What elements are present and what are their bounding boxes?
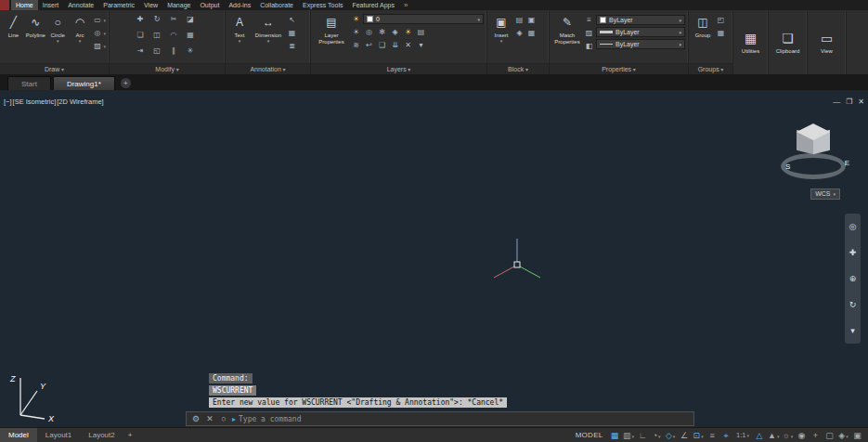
fillet-icon[interactable]: ◠ (168, 30, 180, 41)
tab-model[interactable]: Model (0, 428, 37, 442)
layer-copy-icon[interactable]: ❏ (376, 40, 388, 51)
mirror-icon[interactable]: ◫ (151, 30, 163, 41)
layer-off-icon[interactable]: ☀ (350, 27, 362, 38)
close-icon[interactable]: ✕ (204, 414, 215, 423)
layer-walk-icon[interactable]: ▤ (415, 27, 427, 38)
layer-settings-icon[interactable]: ▾ (415, 40, 427, 51)
pan-icon[interactable]: ✚ (849, 248, 857, 257)
stretch-icon[interactable]: ⇥ (135, 46, 147, 57)
linetype-select[interactable]: ByLayer (596, 39, 685, 49)
polar-tracking-icon[interactable]: ◔ (651, 429, 662, 442)
tab-layout2[interactable]: Layout2 (80, 428, 123, 442)
model-space-toggle[interactable]: MODEL (576, 431, 603, 439)
layer-properties-button[interactable]: ▤ Layer Properties (314, 12, 349, 63)
edit-attribute-icon[interactable]: ▤ (513, 15, 525, 26)
pickadd-icon[interactable]: ◧ (583, 41, 595, 52)
annotation-panel-footer[interactable]: Annotation (226, 63, 310, 74)
layer-select[interactable]: 0 (363, 14, 484, 24)
ribbon-tab-home[interactable]: Home (11, 0, 38, 10)
lineweight-icon[interactable]: ≡ (706, 429, 718, 442)
ortho-icon[interactable]: ∟ (637, 429, 648, 442)
ribbon-tab-parametric[interactable]: Parametric (98, 0, 139, 10)
navbar-more-icon[interactable]: ▾ (850, 326, 855, 335)
layer-merge-icon[interactable]: ⇊ (389, 40, 401, 51)
explode-icon[interactable]: ✳ (185, 46, 197, 57)
layer-delete-icon[interactable]: ✕ (402, 40, 414, 51)
restore-icon[interactable]: ❐ (846, 98, 852, 106)
quick-share-icon[interactable]: » (404, 0, 408, 10)
rectangle-button[interactable]: ▭▾ (92, 14, 107, 27)
trim-icon[interactable]: ✂ (168, 14, 180, 25)
ribbon-tab-manage[interactable]: Manage (162, 0, 195, 10)
erase-icon[interactable]: ◪ (185, 14, 197, 25)
viewcube[interactable]: S E (773, 118, 857, 185)
clipboard-button[interactable]: ❏ Clipboard (769, 10, 807, 74)
circle-button[interactable]: ○ Circle ▾ (47, 12, 69, 63)
ribbon-tab-view[interactable]: View (139, 0, 162, 10)
text-button[interactable]: A Text ▾ (228, 12, 251, 63)
navigation-wheel-icon[interactable]: ◎ (849, 222, 857, 231)
polyline-button[interactable]: ∿ Polyline (25, 12, 46, 63)
hatch-button[interactable]: ▨▾ (92, 40, 107, 53)
dynamic-input-icon[interactable]: ⌖ (720, 429, 732, 442)
units-icon[interactable]: + (810, 429, 822, 442)
annotation-monitor-icon[interactable]: ◉ (797, 429, 808, 442)
clean-screen-icon[interactable]: ▣ (852, 429, 863, 442)
viewcube-compass-ring[interactable] (781, 153, 846, 179)
isodraft-icon[interactable]: ◇ (665, 429, 676, 442)
create-block-icon[interactable]: ▣ (525, 15, 538, 26)
arc-button[interactable]: ◠ Arc ▾ (70, 12, 91, 63)
layer-freeze-icon[interactable]: ✻ (376, 27, 388, 38)
layer-match-icon[interactable]: ≋ (350, 40, 362, 51)
layer-lock-icon[interactable]: ◈ (389, 27, 401, 38)
layer-previous-icon[interactable]: ↩ (363, 40, 375, 51)
viewcube-south-label[interactable]: S (785, 162, 790, 171)
modify-panel-footer[interactable]: Modify (110, 63, 225, 74)
group-button[interactable]: ◫ Group (692, 12, 714, 63)
ribbon-tab-annotate[interactable]: Annotate (63, 0, 98, 10)
group-edit-icon[interactable]: ▦ (715, 28, 727, 39)
dimension-button[interactable]: ↔ Dimension ▾ (252, 12, 285, 63)
match-properties-button[interactable]: ✎ Match Properties (552, 12, 582, 63)
object-snap-icon[interactable]: ⊡ (693, 429, 704, 442)
object-color-select[interactable]: ByLayer (596, 15, 685, 25)
rotate-icon[interactable]: ↻ (151, 14, 163, 25)
array-icon[interactable]: ▦ (185, 30, 197, 41)
ribbon-tab-output[interactable]: Output (195, 0, 224, 10)
ungroup-icon[interactable]: ◰ (715, 15, 727, 26)
block-panel-footer[interactable]: Block (487, 63, 549, 74)
lineweight-select[interactable]: ByLayer (596, 27, 685, 37)
draw-panel-footer[interactable]: Draw (0, 63, 109, 74)
offset-icon[interactable]: ∥ (168, 46, 180, 57)
quick-properties-icon[interactable]: ▢ (824, 429, 836, 442)
groups-panel-footer[interactable]: Groups (689, 63, 732, 74)
search-icon[interactable]: ○ (218, 414, 229, 423)
annotation-visibility-icon[interactable]: △ (754, 429, 765, 442)
table-button[interactable]: ▦ (286, 27, 298, 40)
viewcube-east-label[interactable]: E (845, 159, 849, 167)
transparency-icon[interactable]: ▨ (583, 28, 595, 39)
ellipse-button[interactable]: ◎▾ (92, 27, 107, 40)
properties-list-icon[interactable]: ≡ (583, 15, 595, 26)
copy-icon[interactable]: ❏ (135, 30, 147, 41)
annotation-scale-button[interactable]: 1:1 (734, 429, 751, 442)
insert-button[interactable]: ▣ Insert ▾ (490, 12, 512, 63)
snap-mode-icon[interactable]: ▥ (623, 429, 634, 442)
autoscale-icon[interactable]: ▲ (768, 429, 779, 442)
ribbon-tab-collaborate[interactable]: Collaborate (255, 0, 298, 10)
layer-state-icon[interactable]: ☀ (350, 14, 362, 25)
ribbon-tab-express-tools[interactable]: Express Tools (298, 0, 347, 10)
model-space-viewport[interactable]: [−] [SE Isometric] [2D Wireframe] — ❐ ✕ … (0, 90, 868, 427)
ribbon-tab-addins[interactable]: Add-ins (224, 0, 255, 10)
command-line[interactable]: ⚙ ✕ ○ ▸ (186, 411, 694, 426)
scale-icon[interactable]: ◱ (151, 46, 163, 57)
define-attributes-icon[interactable]: ◈ (513, 28, 525, 39)
wcs-button[interactable]: WCS (810, 188, 840, 200)
viewport-collapse-control[interactable]: [−] (4, 98, 12, 106)
viewport-view-control[interactable]: [SE Isometric] (13, 98, 57, 106)
new-drawing-button[interactable]: + (121, 78, 131, 88)
layer-on-icon[interactable]: ☀ (402, 27, 414, 38)
command-input[interactable] (239, 415, 690, 423)
view-button[interactable]: ▭ View (808, 10, 846, 74)
move-icon[interactable]: ✚ (135, 14, 147, 25)
